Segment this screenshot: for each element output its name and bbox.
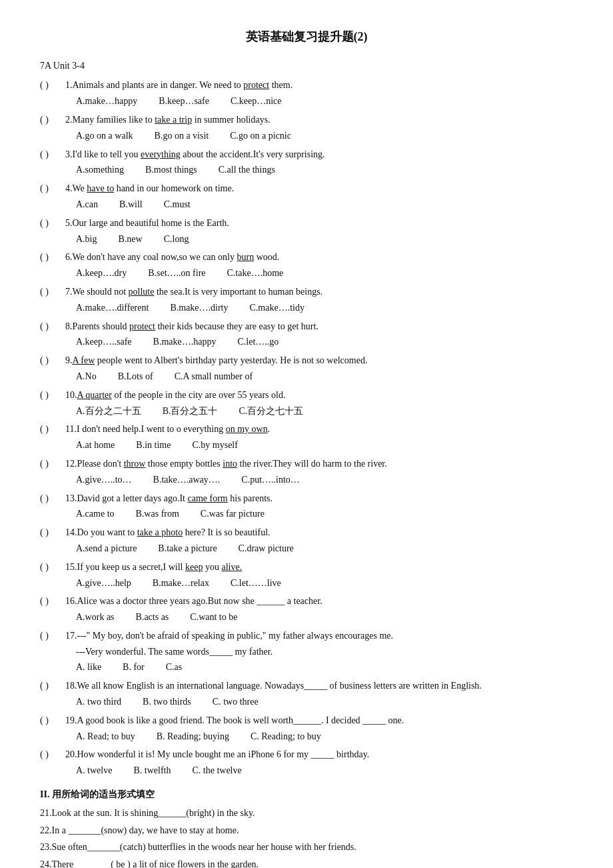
q-text-8: 8.Parents should protect their kids beca… [65, 319, 573, 335]
options-12: A.give…..to…B.take….away….C.put…..into… [40, 472, 573, 488]
option-9-1: B.Lots of [118, 369, 153, 385]
fill-item-3: 23.Sue often_______(catch) butterflies i… [40, 839, 573, 855]
option-14-1: B.take a picture [158, 541, 217, 557]
options-3: A.somethingB.most thingsC.all the things [40, 162, 573, 178]
option-3-0: A.something [76, 162, 124, 178]
fill-item-2: 22.In a _______(snow) day, we have to st… [40, 823, 573, 839]
option-8-0: A.keep…..safe [76, 334, 132, 350]
paren-10: ( ) [40, 387, 64, 403]
paren-15: ( ) [40, 559, 64, 575]
option-1-2: C.keep…nice [231, 93, 282, 109]
q-text-9: 9.A few people went to Albert's birthday… [65, 353, 573, 369]
option-18-0: A. two third [76, 694, 121, 710]
question-17: ( )17.---" My boy, don't be afraid of sp… [40, 628, 573, 675]
question-6: ( )6.We don't have any coal now,so we ca… [40, 249, 573, 281]
paren-12: ( ) [40, 456, 64, 472]
option-9-2: C.A small number of [175, 369, 253, 385]
paren-2: ( ) [40, 112, 64, 128]
options-11: A.at homeB.in timeC.by myself [40, 437, 573, 453]
fill-item-4: 24.There________( be ) a lit of nice flo… [40, 857, 573, 868]
option-16-0: A.work as [76, 609, 115, 625]
question-19: ( )19.A good book is like a good friend.… [40, 713, 573, 745]
option-6-0: A.keep….dry [76, 265, 127, 281]
q-text-20: 20.How wonderful it is! My uncle bought … [65, 747, 573, 763]
option-10-0: A.百分之二十五 [76, 403, 141, 419]
q-text-1: 1.Animals and plants are in danger. We n… [65, 77, 573, 93]
paren-4: ( ) [40, 181, 64, 197]
q-text-11: 11.I don't need help.I went to o everyth… [65, 421, 573, 437]
q-text-2: 2.Many families like to take a trip in s… [65, 112, 573, 128]
option-5-1: B.new [119, 231, 143, 247]
option-16-2: C.want to be [190, 609, 237, 625]
option-7-1: B.make….dirty [170, 300, 228, 316]
option-14-2: C.draw picture [239, 541, 294, 557]
q-text-19: 19.A good book is like a good friend. Th… [65, 713, 573, 729]
unit-label: 7A Unit 3-4 [40, 58, 573, 74]
option-6-2: C.take….home [227, 265, 284, 281]
options-9: A.NoB.Lots ofC.A small number of [40, 369, 573, 385]
option-9-0: A.No [76, 369, 97, 385]
option-10-2: C.百分之七十五 [239, 403, 303, 419]
option-7-0: A.make….different [76, 300, 149, 316]
option-8-1: B.make….happy [153, 334, 217, 350]
options-10: A.百分之二十五B.百分之五十C.百分之七十五 [40, 403, 573, 419]
options-20: A. twelveB. twelfthC. the twelve [40, 763, 573, 779]
q-text-15: 15.If you keep us a secret,I will keep y… [65, 559, 573, 575]
question-13: ( )13.David got a letter days ago.It cam… [40, 491, 573, 523]
q-text2-17: ---Very wonderful. The same words_____ m… [40, 644, 573, 660]
q-text-6: 6.We don't have any coal now,so we can o… [65, 249, 573, 265]
option-3-2: C.all the things [219, 162, 275, 178]
option-12-2: C.put…..into… [241, 472, 300, 488]
option-17-0: A. like [76, 659, 101, 675]
options-7: A.make….differentB.make….dirtyC.make….ti… [40, 300, 573, 316]
option-13-0: A.came to [76, 506, 115, 522]
option-20-2: C. the twelve [192, 763, 241, 779]
question-10: ( )10.A quarter of the people in the cit… [40, 387, 573, 419]
question-11: ( )11.I don't need help.I went to o ever… [40, 421, 573, 453]
option-15-0: A.give…..help [76, 575, 131, 591]
option-20-0: A. twelve [76, 763, 112, 779]
q-text-12: 12.Please don't throw those empty bottle… [65, 456, 573, 472]
q-text-16: 16.Alice was a doctor three years ago.Bu… [65, 593, 573, 609]
options-17: A. likeB. forC.as [40, 659, 573, 675]
paren-13: ( ) [40, 491, 64, 507]
paren-9: ( ) [40, 353, 64, 369]
option-15-1: B.make…relax [153, 575, 209, 591]
options-14: A.send a pictureB.take a pictureC.draw p… [40, 541, 573, 557]
options-2: A.go on a walkB.go on a visitC.go on a p… [40, 128, 573, 144]
option-19-2: C. Reading; to buy [251, 729, 321, 745]
q-text-14: 14.Do you want to take a photo here? It … [65, 525, 573, 541]
options-4: A.canB.willC.must [40, 197, 573, 213]
option-1-0: A.make…happy [76, 93, 137, 109]
option-2-1: B.go on a visit [155, 128, 209, 144]
option-18-1: B. two thirds [143, 694, 191, 710]
option-12-0: A.give…..to… [76, 472, 132, 488]
paren-6: ( ) [40, 249, 64, 265]
paren-7: ( ) [40, 284, 64, 300]
option-2-2: C.go on a picnic [230, 128, 291, 144]
options-16: A.work asB.acts asC.want to be [40, 609, 573, 625]
option-2-0: A.go on a walk [76, 128, 133, 144]
option-4-2: C.must [164, 197, 191, 213]
option-10-1: B.百分之五十 [163, 403, 218, 419]
q-text-17: 17.---" My boy, don't be afraid of speak… [65, 628, 573, 644]
page-title: 英语基础复习提升题(2) [40, 27, 573, 47]
paren-18: ( ) [40, 678, 64, 694]
question-15: ( )15.If you keep us a secret,I will kee… [40, 559, 573, 591]
option-7-2: C.make….tidy [249, 300, 304, 316]
q-text-10: 10.A quarter of the people in the city a… [65, 387, 573, 403]
question-7: ( )7.We should not pollute the sea.It is… [40, 284, 573, 316]
paren-14: ( ) [40, 525, 64, 541]
option-4-0: A.can [76, 197, 98, 213]
option-1-1: B.keep…safe [159, 93, 209, 109]
paren-5: ( ) [40, 215, 64, 231]
option-11-2: C.by myself [192, 437, 237, 453]
option-19-0: A. Read; to buy [76, 729, 135, 745]
q-text-7: 7.We should not pollute the sea.It is ve… [65, 284, 573, 300]
option-12-1: B.take….away…. [153, 472, 221, 488]
option-8-2: C.let…..go [237, 334, 279, 350]
q-text-4: 4.We have to hand in our homework on tim… [65, 181, 573, 197]
question-5: ( )5.Our large and beautiful home is the… [40, 215, 573, 247]
question-8: ( )8.Parents should protect their kids b… [40, 319, 573, 351]
option-13-2: C.was far picture [201, 506, 265, 522]
